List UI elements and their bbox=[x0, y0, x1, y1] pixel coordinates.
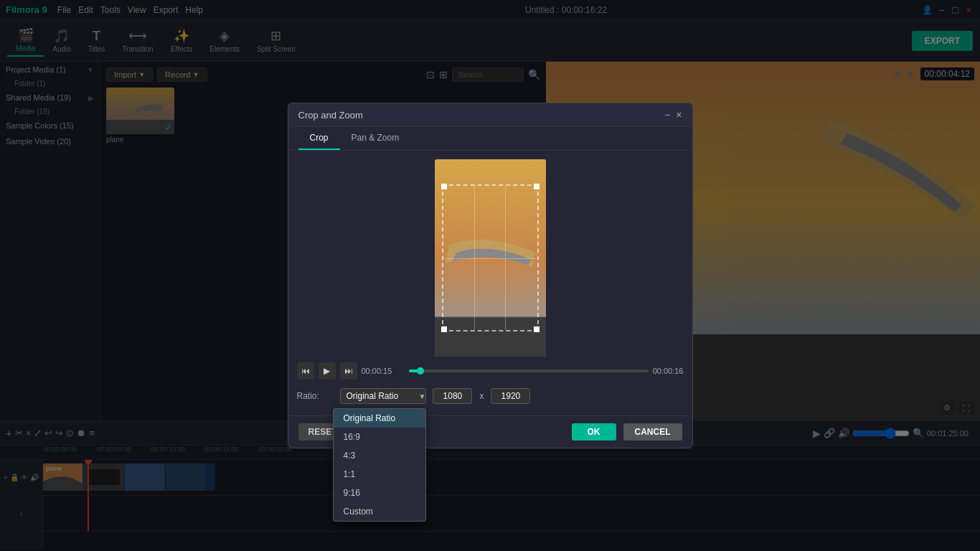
dialog-overlay: Crop and Zoom − × Crop Pan & Zoom bbox=[0, 0, 980, 551]
cancel-button[interactable]: CANCEL bbox=[623, 423, 682, 441]
width-input[interactable] bbox=[433, 388, 472, 404]
dialog-close-btn[interactable]: × bbox=[676, 109, 682, 121]
ratio-dropdown: Original Ratio 16:9 4:3 1:1 9:16 Custom bbox=[333, 408, 426, 522]
height-input[interactable] bbox=[491, 388, 530, 404]
dialog-minimize-btn[interactable]: − bbox=[664, 109, 670, 121]
dropdown-item-original[interactable]: Original Ratio bbox=[334, 409, 425, 428]
dropdown-item-4-3[interactable]: 4:3 bbox=[334, 446, 425, 465]
playback-progress-bar[interactable] bbox=[409, 369, 649, 372]
forward-btn[interactable]: ⏭ bbox=[340, 362, 357, 380]
play-btn[interactable]: ▶ bbox=[319, 362, 336, 380]
tab-crop[interactable]: Crop bbox=[298, 127, 340, 150]
playback-end-time: 00:00:16 bbox=[653, 367, 684, 375]
size-separator: x bbox=[479, 391, 484, 401]
crop-preview-canvas bbox=[435, 159, 546, 357]
rewind-btn[interactable]: ⏮ bbox=[297, 362, 314, 380]
dropdown-item-1-1[interactable]: 1:1 bbox=[334, 465, 425, 484]
crop-zoom-dialog: Crop and Zoom − × Crop Pan & Zoom bbox=[288, 103, 693, 448]
tab-pan-zoom[interactable]: Pan & Zoom bbox=[340, 127, 411, 150]
playback-current-time: 00:00:15 bbox=[362, 367, 405, 375]
dropdown-item-9-16[interactable]: 9:16 bbox=[334, 484, 425, 502]
dropdown-item-16-9[interactable]: 16:9 bbox=[334, 428, 425, 446]
dropdown-item-custom[interactable]: Custom bbox=[334, 502, 425, 521]
dialog-title: Crop and Zoom bbox=[298, 110, 363, 121]
ratio-label: Ratio: bbox=[297, 391, 333, 401]
crop-overlay[interactable] bbox=[442, 184, 539, 331]
ok-button[interactable]: OK bbox=[572, 423, 616, 441]
ratio-select[interactable]: Original Ratio16:94:31:19:16Custom bbox=[340, 388, 426, 404]
